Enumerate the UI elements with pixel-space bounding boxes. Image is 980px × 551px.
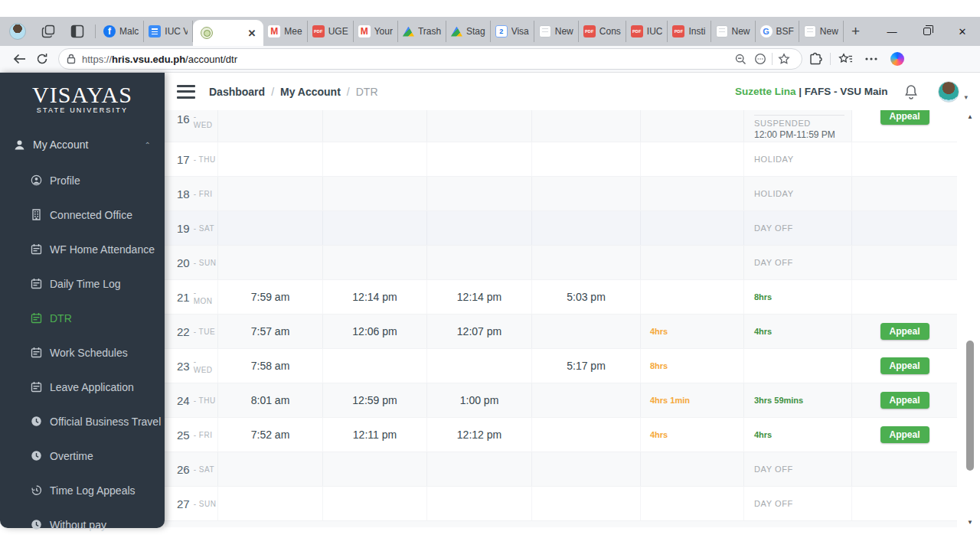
minimize-button[interactable]: — <box>874 17 910 46</box>
sidebar-item-daily-time-log[interactable]: Daily Time Log <box>0 266 165 301</box>
appeal-button[interactable]: Appeal <box>880 392 929 409</box>
browser-tab[interactable]: PDFInsti <box>668 21 710 42</box>
sidebar-item-label: WF Home Attendance <box>50 243 155 256</box>
copilot-icon[interactable] <box>884 48 910 70</box>
tab-title: Cons <box>599 26 621 37</box>
status-cell: DAY OFF <box>744 452 852 486</box>
time-log-cell-3 <box>427 142 532 176</box>
close-tab-icon[interactable]: ✕ <box>247 28 256 39</box>
tab-title: IUC V <box>165 26 188 37</box>
appeal-cell <box>852 177 957 210</box>
sidebar-item-profile[interactable]: Profile <box>0 163 165 197</box>
browser-tab[interactable]: PDFUGE <box>308 21 354 42</box>
sidebar-item-without-pay[interactable]: Without pay <box>0 507 165 542</box>
scroll-up-arrow[interactable]: ▲ <box>965 112 975 121</box>
tab-title: New <box>820 26 838 37</box>
collections-icon[interactable] <box>832 48 858 70</box>
day-number: 22 <box>177 325 190 338</box>
chevron-down-icon[interactable]: ▾ <box>964 93 968 101</box>
browser-tab[interactable]: IUC V <box>144 21 193 42</box>
day-of-week: - SAT <box>194 465 214 474</box>
scrollbar-thumb[interactable] <box>966 341 974 471</box>
address-bar[interactable]: https://hris.vsu.edu.ph/account/dtr <box>58 48 802 70</box>
page-favicon <box>716 25 728 37</box>
appeal-button[interactable]: Appeal <box>880 357 929 374</box>
sidebar-item-overtime[interactable]: Overtime <box>0 439 165 473</box>
favorite-star-icon[interactable] <box>774 50 794 68</box>
appeal-cell: Appeal <box>852 383 957 417</box>
appeal-cell <box>852 452 957 486</box>
day-number: 21 <box>177 291 190 304</box>
extensions-icon[interactable] <box>802 48 828 70</box>
browser-tab[interactable]: 2Visa <box>491 21 534 42</box>
notifications-bell-icon[interactable] <box>904 84 918 99</box>
time-log-cell-1: 7:58 am <box>218 349 323 383</box>
pdf-favicon: PDF <box>583 25 596 37</box>
browser-tab[interactable]: New <box>711 21 756 42</box>
building-icon <box>31 209 42 220</box>
sidebar-item-leave-application[interactable]: Leave Application <box>0 370 165 404</box>
page-scrollbar[interactable]: ▲ ▼ <box>965 112 975 527</box>
browser-tab[interactable]: Trash <box>398 21 446 42</box>
reader-options-icon[interactable] <box>750 50 770 68</box>
breadcrumb-item: DTR <box>356 86 378 98</box>
sidebar-item-label: Leave Application <box>50 381 134 393</box>
workspaces-icon[interactable] <box>41 24 56 39</box>
breadcrumb-item[interactable]: Dashboard <box>209 86 265 98</box>
refresh-button[interactable] <box>31 48 54 70</box>
browser-tab-active[interactable]: ✕ <box>193 20 263 46</box>
browser-tab[interactable]: PDFIUC <box>626 21 668 42</box>
browser-profile-avatar[interactable] <box>9 23 26 40</box>
sidebar-item-wf-home-attendance[interactable]: WF Home Attendance <box>0 232 165 266</box>
status-cell: HOLIDAY <box>744 177 852 210</box>
day-of-week: - FRI <box>194 431 213 439</box>
browser-tab[interactable]: MMee <box>263 21 307 42</box>
sidebar-item-time-log-appeals[interactable]: Time Log Appeals <box>0 473 165 507</box>
appeal-cell <box>852 246 957 279</box>
late-hours-cell: 8hrs <box>641 349 744 383</box>
browser-tab[interactable]: New <box>534 21 579 42</box>
user-identity[interactable]: Suzette Lina | FAFS - VSU Main <box>735 86 888 97</box>
breadcrumb-item[interactable]: My Account <box>280 86 341 98</box>
appeal-button[interactable]: Appeal <box>880 323 929 340</box>
day-cell: 23- WED <box>165 349 218 383</box>
browser-tab[interactable]: MYour <box>354 21 398 42</box>
day-number: 24 <box>177 394 190 407</box>
back-button[interactable] <box>8 48 31 70</box>
logo-line2: STATE UNIVERSITY <box>0 106 165 114</box>
scroll-down-arrow[interactable]: ▼ <box>965 517 975 527</box>
time-log-cell-3 <box>427 452 532 486</box>
browser-tab[interactable]: Stag <box>446 21 491 42</box>
new-tab-button[interactable]: + <box>851 23 860 40</box>
close-button[interactable]: ✕ <box>945 17 980 46</box>
chevron-up-icon[interactable]: ⌃ <box>145 141 151 149</box>
user-name: Suzette Lina <box>735 86 796 97</box>
day-of-week: - SUN <box>194 259 217 267</box>
sidebar-item-connected-office[interactable]: Connected Office <box>0 197 165 232</box>
user-avatar[interactable] <box>938 81 959 103</box>
menu-toggle-icon[interactable] <box>177 85 195 99</box>
time-log-cell-1 <box>218 452 323 486</box>
time-log-cell-4: 5:17 pm <box>532 349 641 383</box>
vertical-tabs-icon[interactable] <box>70 24 85 39</box>
restore-button[interactable] <box>910 17 945 46</box>
browser-tab[interactable]: fMalc <box>99 21 144 42</box>
pdf-favicon: PDF <box>672 25 684 37</box>
browser-tab[interactable]: GBSF <box>756 21 799 42</box>
url-text[interactable]: https://hris.vsu.edu.ph/account/dtr <box>82 54 730 65</box>
appeal-button[interactable]: Appeal <box>880 110 929 125</box>
settings-more-icon[interactable] <box>858 48 884 70</box>
zoom-out-icon[interactable] <box>730 50 750 68</box>
sidebar-item-official-business-travel[interactable]: Official Business Travel <box>0 404 165 439</box>
sidebar-item-dtr[interactable]: DTR <box>0 301 165 335</box>
sidebar-item-work-schedules[interactable]: Work Schedules <box>0 335 165 370</box>
rendered-hours: 8hrs <box>754 292 772 302</box>
sidebar-section-my-account[interactable]: My Account ⌃ <box>0 135 165 154</box>
status-cell: DAY OFF <box>744 246 852 279</box>
browser-tab[interactable]: New <box>799 21 844 42</box>
sidebar-section-label: My Account <box>33 139 145 151</box>
appeal-button[interactable]: Appeal <box>880 426 929 443</box>
gdrive-favicon <box>403 27 414 37</box>
status-cell: DAY OFF <box>744 487 852 520</box>
browser-tab[interactable]: PDFCons <box>579 21 626 42</box>
